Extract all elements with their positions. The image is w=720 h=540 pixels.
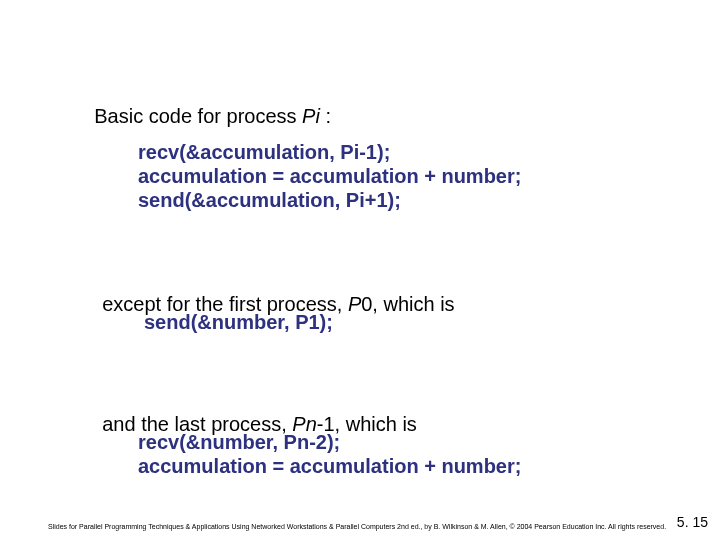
code1-line3: send(&accumulation, Pi+1); — [138, 188, 401, 212]
code1-line2: accumulation = accumulation + number; — [138, 164, 521, 188]
intro-prefix: Basic code for process — [94, 105, 302, 127]
code3-line1: recv(&number, Pn-2); — [138, 430, 340, 454]
footer-credit: Slides for Parallel Programming Techniqu… — [0, 523, 666, 530]
code2-line1: send(&number, P1); — [144, 310, 333, 334]
intro-suffix: : — [320, 105, 331, 127]
mid1-num: 0, which is — [361, 293, 454, 315]
code1-line1: recv(&accumulation, Pi-1); — [138, 140, 390, 164]
mid1-var: P — [348, 293, 361, 315]
footer: Slides for Parallel Programming Techniqu… — [0, 523, 720, 530]
code3-line2: accumulation = accumulation + number; — [138, 454, 521, 478]
slide: Basic code for process Pi : recv(&accumu… — [0, 0, 720, 540]
footer-page: 5. 15 — [677, 514, 708, 530]
intro-var: Pi — [302, 105, 320, 127]
